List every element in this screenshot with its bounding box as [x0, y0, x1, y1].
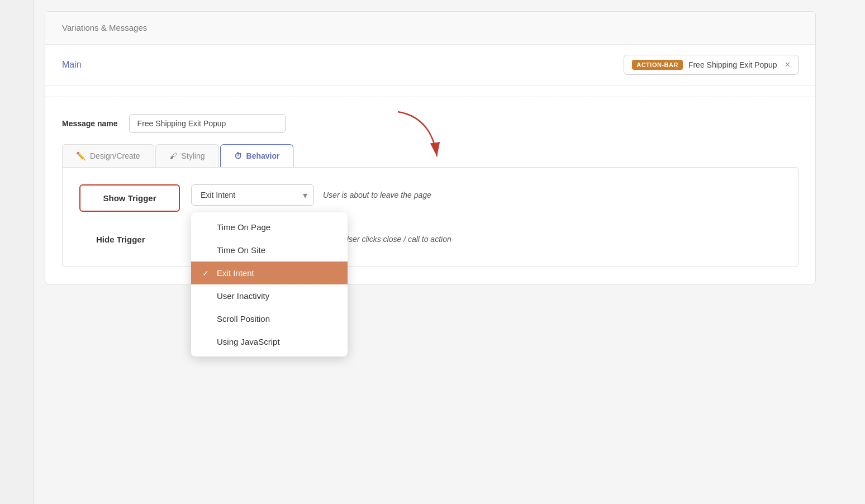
- tab-styling[interactable]: 🖌 Styling: [155, 144, 219, 167]
- action-bar-close-icon[interactable]: ×: [785, 60, 790, 70]
- dropdown-item-exit-intent[interactable]: ✓ Exit Intent: [191, 261, 348, 284]
- dropdown-item-time-on-page-label: Time On Page: [217, 222, 270, 232]
- behavior-icon: ⏱: [234, 151, 242, 160]
- show-trigger-label: Show Trigger: [79, 184, 180, 212]
- dropdown-item-time-on-page[interactable]: Time On Page: [191, 216, 348, 239]
- tab-styling-label: Styling: [182, 151, 205, 160]
- dropdown-item-user-inactivity-label: User Inactivity: [217, 291, 269, 301]
- dropdown-item-scroll-position-label: Scroll Position: [217, 314, 270, 324]
- dropdown-item-user-inactivity[interactable]: User Inactivity: [191, 284, 348, 307]
- action-bar-message-name: Free Shipping Exit Popup: [688, 60, 777, 69]
- tab-behavior[interactable]: ⏱ Behavior: [220, 144, 294, 167]
- main-link[interactable]: Main: [62, 60, 82, 70]
- styling-icon: 🖌: [169, 151, 177, 160]
- show-trigger-section: Show Trigger Time On Page Time On Site E…: [79, 184, 781, 212]
- tab-content: Show Trigger Time On Page Time On Site E…: [62, 167, 799, 267]
- variations-header-title: Variations & Messages: [62, 23, 147, 32]
- left-sidebar: [0, 0, 34, 504]
- show-trigger-dropdown: Time On Page Time On Site ✓ Exit Intent: [191, 212, 348, 356]
- show-trigger-select[interactable]: Time On Page Time On Site Exit Intent Us…: [191, 184, 314, 206]
- main-row: Main ACTION-BAR Free Shipping Exit Popup…: [45, 45, 815, 85]
- tab-design-label: Design/Create: [90, 151, 140, 160]
- trigger-select-wrapper: Time On Page Time On Site Exit Intent Us…: [191, 184, 314, 206]
- hide-trigger-description: User clicks close / call to action: [343, 235, 451, 244]
- hide-trigger-label: Hide Trigger: [79, 235, 180, 244]
- show-trigger-description: User is about to leave the page: [323, 191, 431, 199]
- message-name-input[interactable]: [129, 114, 286, 133]
- hide-trigger-row: Hide Trigger User clicks close / call to…: [79, 229, 781, 250]
- show-trigger-right: Time On Page Time On Site Exit Intent Us…: [191, 184, 431, 206]
- tab-design[interactable]: ✏️ Design/Create: [62, 144, 154, 167]
- action-bar-badge-wrapper: ACTION-BAR Free Shipping Exit Popup ×: [624, 55, 799, 75]
- tab-behavior-label: Behavior: [246, 151, 280, 160]
- dropdown-item-exit-intent-label: Exit Intent: [217, 268, 254, 278]
- message-name-row: Message name: [45, 108, 815, 144]
- checkmark-exit-intent: ✓: [202, 269, 211, 278]
- dashed-divider: [45, 97, 815, 97]
- action-bar-badge: ACTION-BAR: [632, 60, 683, 70]
- dropdown-item-using-javascript[interactable]: Using JavaScript: [191, 330, 348, 353]
- dropdown-item-scroll-position[interactable]: Scroll Position: [191, 307, 348, 330]
- dropdown-item-using-javascript-label: Using JavaScript: [217, 337, 280, 346]
- message-name-label: Message name: [62, 119, 118, 128]
- main-container: Variations & Messages Main ACTION-BAR Fr…: [45, 11, 816, 284]
- design-icon: ✏️: [76, 151, 85, 160]
- tabs-row: ✏️ Design/Create 🖌 Styling ⏱ Behavior: [45, 144, 815, 167]
- variations-header: Variations & Messages: [45, 12, 815, 45]
- dropdown-item-time-on-site[interactable]: Time On Site: [191, 239, 348, 261]
- dropdown-item-time-on-site-label: Time On Site: [217, 245, 265, 255]
